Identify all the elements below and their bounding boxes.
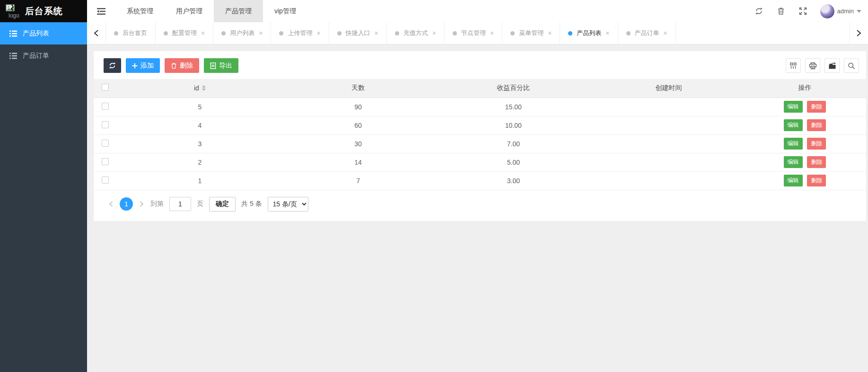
- top-menu: 系统管理 用户管理 产品管理 vip管理: [115, 0, 307, 22]
- clear-cache-button[interactable]: [776, 6, 786, 16]
- sort-icon[interactable]: [202, 85, 206, 91]
- tab-label: 产品列表: [577, 29, 601, 37]
- table-card: 添加 删除: [94, 51, 866, 221]
- tab-label: 节点管理: [461, 29, 486, 37]
- sidebar: 产品列表 产品订单: [0, 22, 87, 372]
- column-header-id: id: [194, 84, 199, 92]
- tab-status-dot-icon: [510, 31, 515, 35]
- tabs-scroll-right-button[interactable]: [849, 22, 868, 44]
- edit-button[interactable]: 编辑: [784, 156, 803, 168]
- top-menu-item-3[interactable]: 产品管理: [214, 0, 263, 22]
- edit-button[interactable]: 编辑: [784, 101, 803, 113]
- next-page-button[interactable]: [139, 201, 145, 207]
- cell-percent: 15.00: [433, 97, 594, 116]
- tab-close-icon[interactable]: ×: [605, 29, 609, 37]
- row-checkbox[interactable]: [102, 121, 109, 128]
- cell-id: 2: [116, 153, 283, 171]
- sidebar-item-1[interactable]: 产品列表: [0, 22, 87, 44]
- tab-status-dot-icon: [337, 31, 342, 35]
- delete-button[interactable]: 删除: [807, 119, 826, 131]
- prev-page-button[interactable]: [108, 201, 114, 207]
- goto-confirm-button[interactable]: 确定: [209, 197, 236, 212]
- delete-button[interactable]: 删除: [807, 101, 826, 113]
- table-row: 5 90 15.00 编辑 删除: [94, 97, 866, 116]
- export-data-button[interactable]: [824, 58, 840, 73]
- table-refresh-button[interactable]: [104, 58, 121, 73]
- cell-days: 60: [283, 116, 433, 134]
- sidebar-item-2[interactable]: 产品订单: [0, 44, 87, 67]
- delete-button[interactable]: 删除: [807, 138, 826, 150]
- tab-close-icon[interactable]: ×: [259, 29, 263, 37]
- main-area: 后台首页 配置管理 × 用户列表 × 上传管理 × 快捷入口 × 充值方式 × …: [87, 22, 868, 372]
- select-all-checkbox[interactable]: [102, 84, 109, 91]
- list-icon: [9, 30, 17, 37]
- fullscreen-button[interactable]: [798, 6, 808, 16]
- top-menu-item-2[interactable]: 用户管理: [165, 0, 214, 22]
- tab-close-icon[interactable]: ×: [316, 29, 320, 37]
- batch-delete-button[interactable]: 删除: [165, 58, 199, 73]
- delete-button[interactable]: 删除: [807, 175, 826, 186]
- plus-icon: [132, 63, 138, 69]
- tab[interactable]: 配置管理 ×: [156, 22, 213, 44]
- row-checkbox[interactable]: [102, 103, 109, 110]
- list-icon: [9, 53, 17, 59]
- sidebar-collapse-button[interactable]: [87, 0, 115, 22]
- tab-close-icon[interactable]: ×: [664, 29, 667, 37]
- tabs-scroll-left-button[interactable]: [87, 22, 106, 44]
- tab[interactable]: 上传管理 ×: [271, 22, 329, 44]
- edit-button[interactable]: 编辑: [784, 119, 803, 131]
- cell-id: 4: [116, 116, 283, 134]
- edit-button[interactable]: 编辑: [784, 138, 803, 150]
- tab-label: 产品订单: [635, 29, 659, 37]
- tab[interactable]: 产品列表 ×: [560, 22, 618, 44]
- tab-status-dot-icon: [395, 31, 399, 35]
- page-suffix-label: 页: [197, 200, 203, 208]
- toggle-columns-button[interactable]: [786, 58, 801, 73]
- cell-id: 1: [116, 171, 283, 190]
- tab[interactable]: 用户列表 ×: [213, 22, 271, 44]
- print-button[interactable]: [805, 58, 820, 73]
- current-page-indicator[interactable]: 1: [120, 197, 133, 211]
- delete-button[interactable]: 删除: [807, 156, 826, 168]
- row-checkbox[interactable]: [102, 158, 109, 165]
- tab-close-icon[interactable]: ×: [375, 29, 378, 37]
- tab[interactable]: 菜单管理 ×: [502, 22, 560, 44]
- chevron-down-icon: [857, 10, 861, 13]
- tab[interactable]: 充值方式 ×: [387, 22, 445, 44]
- tab[interactable]: 后台首页: [106, 22, 156, 44]
- column-header-percent: 收益百分比: [433, 79, 594, 97]
- tab-close-icon[interactable]: ×: [432, 29, 436, 37]
- tab-close-icon[interactable]: ×: [201, 29, 205, 37]
- tab-close-icon[interactable]: ×: [548, 29, 552, 37]
- cell-created: [594, 153, 744, 171]
- top-menu-item-1[interactable]: 系统管理: [115, 0, 165, 22]
- add-button-label: 添加: [140, 62, 154, 70]
- refresh-button[interactable]: [754, 6, 764, 16]
- tab[interactable]: 产品订单 ×: [618, 22, 676, 44]
- tab-label: 上传管理: [288, 29, 312, 37]
- tab-label: 用户列表: [230, 29, 254, 37]
- top-menu-item-4[interactable]: vip管理: [263, 0, 307, 22]
- table-toolbar: 添加 删除: [94, 51, 866, 79]
- add-button[interactable]: 添加: [126, 58, 160, 73]
- tab-close-icon[interactable]: ×: [490, 29, 494, 37]
- edit-button[interactable]: 编辑: [784, 175, 803, 186]
- cell-created: [594, 171, 744, 190]
- row-checkbox[interactable]: [102, 140, 109, 147]
- trash-icon: [777, 7, 785, 15]
- export-button[interactable]: 导出: [204, 58, 238, 73]
- tab-label: 快捷入口: [346, 29, 370, 37]
- user-dropdown[interactable]: admin: [820, 4, 861, 18]
- search-button[interactable]: [844, 58, 859, 73]
- tab[interactable]: 快捷入口 ×: [329, 22, 387, 44]
- chevron-left-icon: [109, 201, 113, 207]
- tab-label: 后台首页: [123, 29, 147, 37]
- app-title: 后台系统: [25, 5, 63, 18]
- goto-page-input[interactable]: [169, 197, 191, 211]
- column-header-days: 天数: [283, 79, 433, 97]
- per-page-select[interactable]: 15 条/页: [268, 197, 308, 212]
- navbar-right: admin: [754, 0, 861, 22]
- chevron-right-icon: [140, 201, 144, 207]
- tab[interactable]: 节点管理 ×: [445, 22, 502, 44]
- row-checkbox[interactable]: [102, 177, 109, 184]
